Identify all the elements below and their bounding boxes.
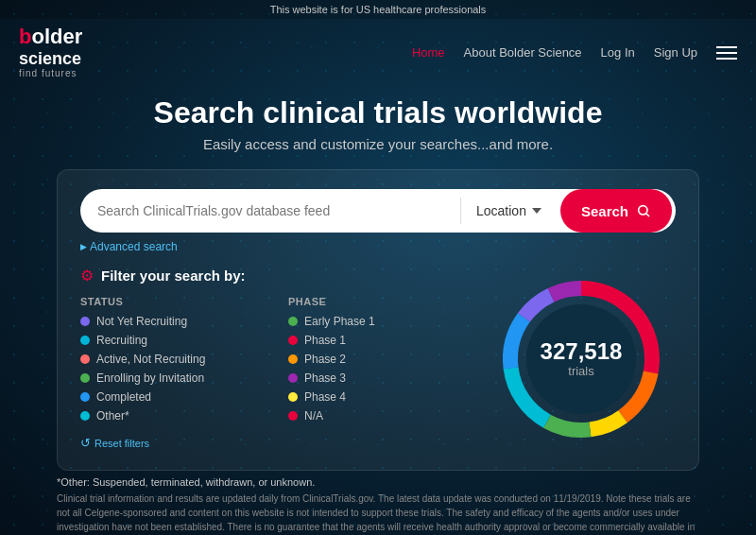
status-filter-item[interactable]: Completed <box>80 390 269 404</box>
phase-filter-item[interactable]: Phase 2 <box>288 353 477 366</box>
footnotes: *Other: Suspended, terminated, withdrawn… <box>0 471 756 535</box>
phase-dot <box>288 392 298 402</box>
status-filter-item[interactable]: Enrolling by Invitation <box>80 371 269 385</box>
status-col: STATUS Not Yet Recruiting Recruiting Act… <box>80 296 269 428</box>
nav-login[interactable]: Log In <box>601 45 635 60</box>
reset-filters-label: Reset filters <box>94 438 149 449</box>
search-button-label: Search <box>581 203 628 219</box>
logo-older: older <box>31 25 82 48</box>
logo-bold: b <box>19 25 31 48</box>
search-button[interactable]: Search <box>560 189 672 233</box>
phase-dot <box>288 317 298 326</box>
phase-label: Early Phase 1 <box>304 315 375 328</box>
reset-icon: ↺ <box>80 436 91 450</box>
location-button[interactable]: Location <box>461 203 557 218</box>
phase-dot <box>288 336 298 345</box>
logo-science: science <box>19 49 81 68</box>
svg-point-0 <box>639 206 647 215</box>
logo: bolder science find futures <box>19 26 82 78</box>
status-label: Other* <box>96 409 129 423</box>
status-dot <box>80 411 90 421</box>
donut-center: 327,518 trials <box>541 339 623 378</box>
phase-filter-item[interactable]: Phase 1 <box>288 334 477 347</box>
navbar: bolder science find futures Home About B… <box>0 19 756 86</box>
chart-total: 327,518 <box>541 339 623 364</box>
status-dot <box>80 373 90 383</box>
top-bar: This website is for US healthcare profes… <box>0 0 756 19</box>
nav-about[interactable]: About Bolder Science <box>464 45 582 60</box>
phase-dot <box>288 354 298 364</box>
phase-label: Phase 1 <box>304 334 346 347</box>
nav-links: Home About Bolder Science Log In Sign Up <box>412 45 737 60</box>
hero-title: Search clinical trials worldwide <box>57 95 699 130</box>
filter-title: Filter your search by: <box>101 268 246 284</box>
phase-filter-item[interactable]: Early Phase 1 <box>288 315 477 328</box>
status-label: Recruiting <box>96 334 147 347</box>
nav-home[interactable]: Home <box>412 45 445 60</box>
phase-label: Phase 3 <box>304 371 346 385</box>
status-title: STATUS <box>80 296 269 307</box>
search-container: Location Search Advanced search ⚙ Filter… <box>57 169 699 471</box>
status-label: Completed <box>96 390 151 404</box>
footnote-other: *Other: Suspended, terminated, withdrawn… <box>57 476 699 488</box>
location-label: Location <box>476 203 526 218</box>
status-label: Active, Not Recruiting <box>96 353 205 366</box>
status-filter-item[interactable]: Not Yet Recruiting <box>80 315 269 328</box>
phase-label: Phase 4 <box>304 390 346 404</box>
nav-signup[interactable]: Sign Up <box>654 45 697 60</box>
search-icon <box>636 203 651 218</box>
phase-filter-item[interactable]: Phase 3 <box>288 371 477 385</box>
filter-header: ⚙ Filter your search by: <box>80 267 477 285</box>
phase-dot <box>288 411 298 421</box>
logo-tagline: find futures <box>19 68 77 78</box>
chevron-down-icon <box>532 208 541 214</box>
status-filter-item[interactable]: Recruiting <box>80 334 269 347</box>
phase-filter-item[interactable]: N/A <box>288 409 477 423</box>
phase-dot <box>288 373 298 383</box>
top-bar-text: This website is for US healthcare profes… <box>270 4 487 15</box>
status-dot <box>80 392 90 402</box>
status-dot <box>80 317 90 326</box>
hamburger-menu-icon[interactable] <box>716 46 737 60</box>
status-items: Not Yet Recruiting Recruiting Active, No… <box>80 315 269 423</box>
filter-section: ⚙ Filter your search by: STATUS Not Yet … <box>80 267 676 451</box>
filter-columns: STATUS Not Yet Recruiting Recruiting Act… <box>80 296 477 428</box>
phase-filter-item[interactable]: Phase 4 <box>288 390 477 404</box>
chart-label: trials <box>541 364 623 378</box>
advanced-search-label: Advanced search <box>90 240 178 253</box>
search-bar: Location Search <box>80 189 676 233</box>
status-dot <box>80 336 90 345</box>
hero-subtitle: Easily access and customize your searche… <box>57 136 699 152</box>
status-filter-item[interactable]: Active, Not Recruiting <box>80 353 269 366</box>
search-input[interactable] <box>80 203 460 218</box>
phase-col: PHASE Early Phase 1 Phase 1 Phase 2 Phas… <box>288 296 477 428</box>
svg-line-1 <box>646 214 649 216</box>
chart-container: 327,518 trials <box>487 267 676 451</box>
status-label: Not Yet Recruiting <box>96 315 187 328</box>
advanced-search-link[interactable]: Advanced search <box>80 240 178 253</box>
status-filter-item[interactable]: Other* <box>80 409 269 423</box>
phase-label: Phase 2 <box>304 353 346 366</box>
phase-items: Early Phase 1 Phase 1 Phase 2 Phase 3 Ph… <box>288 315 477 423</box>
reset-filters-button[interactable]: ↺ Reset filters <box>80 436 149 450</box>
logo-brand: bolder science <box>19 26 82 68</box>
phase-label: N/A <box>304 409 323 423</box>
phase-title: PHASE <box>288 296 477 307</box>
main-content: Search clinical trials worldwide Easily … <box>0 86 756 471</box>
filter-left: ⚙ Filter your search by: STATUS Not Yet … <box>80 267 477 451</box>
filter-icon: ⚙ <box>80 267 94 285</box>
status-dot <box>80 354 90 364</box>
footnote-main: Clinical trial information and results a… <box>57 492 699 535</box>
status-label: Enrolling by Invitation <box>96 371 204 385</box>
